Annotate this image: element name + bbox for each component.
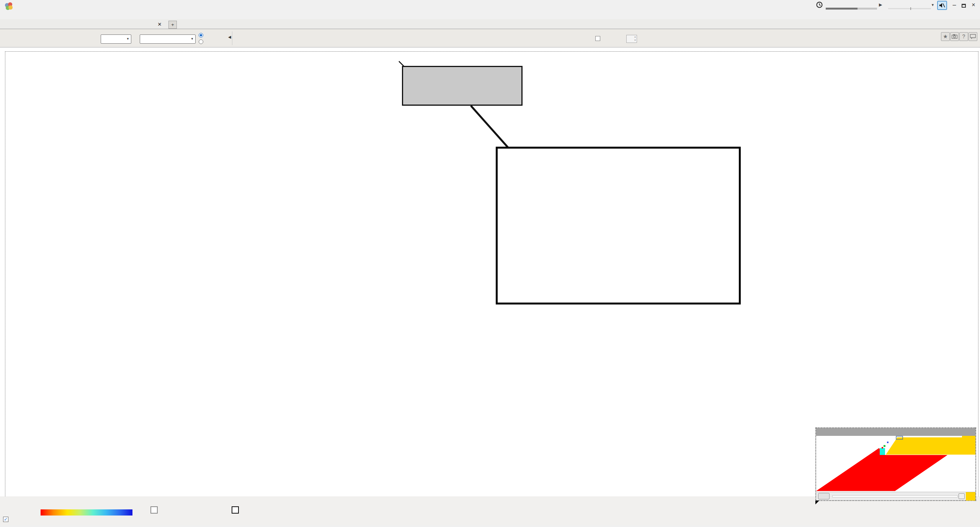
actual-availability-swatch [150,506,158,514]
feedback-chat-icon[interactable] [969,32,977,41]
close-button[interactable]: × [969,2,978,8]
explorer-panel[interactable] [815,427,976,501]
entity-dropdown[interactable]: ▼ [101,34,131,44]
current-period-swatch [232,506,239,514]
legend-color-gradient [41,509,132,516]
explorer-resize-marker[interactable] [815,501,819,504]
quick-filter-radio[interactable] [199,33,203,38]
scrollbar-track[interactable] [832,495,958,498]
autoscale-checkbox[interactable]: ✓ [3,517,8,522]
interval-progressbar [826,8,877,10]
mute-button[interactable] [937,1,947,10]
tab-close-icon[interactable]: ✕ [156,21,163,27]
toolbar-separator [232,31,232,45]
scrollbar-thumb[interactable] [959,493,965,499]
favourite-star-icon[interactable]: ★ [941,32,950,41]
app-logo-icon [5,2,12,10]
explorer-title [816,428,975,436]
titlebar: ▶ ▼ – × [0,0,980,12]
lookback-checkbox[interactable] [595,36,600,41]
tab-add-button[interactable]: + [168,21,177,29]
camera-icon[interactable] [950,32,959,41]
lookback-spinner[interactable]: ▲▼ [626,35,637,43]
collapse-left-icon[interactable]: ◀ [228,35,231,39]
zoom-out-button[interactable] [818,493,830,499]
ez2view-window: ▶ ▼ – × ✕ + ▼ ▼ ◀ [0,0,980,527]
restore-button[interactable] [959,2,968,8]
power-filter-radio[interactable] [199,39,203,44]
chevron-down-icon[interactable]: ▼ [931,3,934,7]
minimize-button[interactable]: – [950,2,959,8]
menubar [0,12,980,19]
explorer-scrollbar[interactable] [816,492,975,500]
help-icon[interactable]: ? [959,32,968,41]
explorer-minimap[interactable] [816,436,975,492]
next-run-track [888,8,931,9]
chevron-down-icon: ▼ [191,35,194,43]
annotation-box [496,147,741,304]
clock-icon [816,2,823,9]
tabbar: ✕ + [0,19,980,29]
cell-tooltip [402,66,523,106]
play-icon[interactable]: ▶ [879,2,882,7]
widget-toolbar: ▼ ▼ ◀ ▲▼ ★ ? [0,29,980,47]
zoom-in-button[interactable] [966,492,975,501]
spinner-arrows-icon[interactable]: ▲▼ [634,35,636,42]
chevron-down-icon: ▼ [126,35,129,43]
property-dropdown[interactable]: ▼ [140,34,196,44]
